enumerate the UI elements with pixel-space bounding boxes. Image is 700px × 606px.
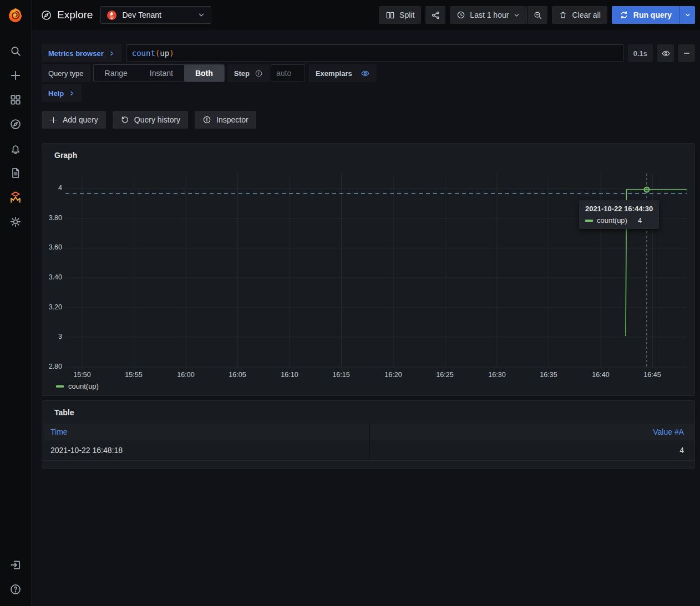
promql-query-input[interactable]: count(up) — [126, 44, 623, 62]
exemplars-eye-icon[interactable] — [361, 69, 370, 78]
share-icon — [431, 11, 440, 20]
inspector-button[interactable]: Inspector — [195, 111, 256, 129]
table-header-time[interactable]: Time — [43, 424, 369, 440]
query-type-range[interactable]: Range — [94, 65, 139, 82]
help-button[interactable]: Help — [42, 84, 82, 102]
graph-legend-item[interactable]: count(up) — [56, 382, 99, 390]
query-type-both[interactable]: Both — [184, 65, 224, 82]
info-circle-icon — [255, 69, 263, 78]
run-query-button[interactable]: Run query — [612, 6, 679, 24]
x-axis-tick: 16:25 — [427, 371, 463, 379]
query-elapsed-time: 0.1s — [628, 44, 653, 62]
step-input[interactable] — [271, 64, 305, 82]
chevron-down-icon — [513, 12, 520, 19]
history-icon — [120, 115, 129, 124]
chevron-down-icon — [197, 11, 205, 19]
x-axis-tick: 15:55 — [116, 371, 151, 379]
graph-panel: Graph 4 3.80 3.60 3.40 3.20 3 2.80 15:50… — [42, 143, 695, 396]
step-label: Step — [227, 64, 270, 82]
series-line-count-up — [626, 190, 687, 336]
table-cell-time: 2021-10-22 16:48:18 — [43, 440, 369, 460]
add-icon[interactable] — [0, 63, 32, 88]
y-axis-tick: 3.20 — [42, 303, 62, 311]
x-axis-tick: 16:10 — [272, 371, 307, 379]
query-type-label: Query type — [42, 64, 90, 82]
chevron-down-icon — [684, 12, 691, 18]
table-header-row: Time Value #A — [43, 424, 694, 440]
sync-icon — [620, 11, 628, 19]
trash-icon — [559, 11, 567, 19]
zoom-out-button[interactable] — [527, 6, 547, 24]
query-type-instant[interactable]: Instant — [139, 65, 184, 82]
results-table: Time Value #A 2021-10-22 16:48:18 4 — [42, 424, 694, 461]
sidebar — [0, 0, 32, 606]
minus-icon — [682, 49, 691, 58]
zoom-out-icon — [533, 11, 542, 20]
split-button[interactable]: Split — [379, 6, 421, 24]
remove-query-button[interactable] — [678, 44, 695, 62]
explore-compass-icon — [40, 9, 52, 21]
clock-icon — [456, 11, 465, 19]
settings-gear-icon[interactable] — [0, 210, 32, 234]
x-axis-tick: 16:20 — [376, 371, 411, 379]
explore-compass-icon[interactable] — [0, 112, 32, 136]
query-actions-row: Add query Query history Inspector — [42, 111, 695, 129]
docs-icon[interactable] — [0, 161, 32, 185]
help-icon[interactable] — [0, 577, 32, 602]
topbar-actions: Split Last 1 hour — [379, 6, 695, 24]
add-query-button[interactable]: Add query — [42, 111, 106, 129]
search-icon[interactable] — [0, 39, 32, 63]
table-panel: Table Time Value #A 2021-10-22 16:48:18 … — [42, 400, 695, 469]
clear-all-button[interactable]: Clear all — [552, 6, 607, 24]
metrics-plugin-icon[interactable] — [0, 185, 32, 210]
y-axis-tick: 3.80 — [42, 214, 62, 222]
x-axis-tick: 16:05 — [220, 371, 255, 379]
plus-icon — [49, 116, 58, 124]
query-type-toggle: Range Instant Both — [93, 64, 225, 82]
x-axis-tick: 16:45 — [635, 371, 670, 379]
x-axis-tick: 16:30 — [479, 371, 515, 379]
sign-in-icon[interactable] — [0, 553, 32, 577]
query-row: Metrics browser count(up) 0.1s — [42, 44, 695, 62]
toggle-query-visibility-button[interactable] — [657, 44, 674, 62]
run-query-split-button: Run query — [612, 6, 695, 24]
explore-content: Metrics browser count(up) 0.1s Query typ… — [32, 30, 700, 606]
grafana-logo[interactable] — [7, 7, 24, 23]
dashboards-icon[interactable] — [0, 88, 32, 112]
run-query-caret-button[interactable] — [679, 6, 695, 24]
legend-swatch — [56, 385, 64, 388]
main-area: Explore Dev Tenant Split — [32, 0, 700, 606]
x-axis-tick: 16:35 — [531, 371, 566, 379]
x-axis-tick: 16:15 — [323, 371, 359, 379]
table-panel-title: Table — [42, 401, 694, 417]
topbar: Explore Dev Tenant Split — [32, 0, 700, 30]
y-axis-tick: 2.80 — [42, 363, 62, 370]
share-button[interactable] — [425, 6, 445, 24]
table-row: 2021-10-22 16:48:18 4 — [43, 440, 694, 461]
y-axis-tick: 3.40 — [42, 273, 62, 281]
help-row: Help — [42, 84, 695, 102]
alerting-bell-icon[interactable] — [0, 136, 32, 161]
x-axis-tick: 16:40 — [583, 371, 618, 379]
time-series-chart[interactable] — [65, 172, 687, 368]
time-range-button[interactable]: Last 1 hour — [450, 6, 527, 24]
angle-right-icon — [69, 90, 75, 96]
graph-panel-title: Graph — [42, 144, 694, 160]
grafana-app: Explore Dev Tenant Split — [0, 0, 700, 606]
datasource-picker[interactable]: Dev Tenant — [100, 6, 211, 24]
query-options-row: Query type Range Instant Both Step Exemp… — [42, 64, 695, 82]
exemplars-label: Exemplars — [309, 64, 377, 82]
grid-lines — [65, 174, 687, 367]
split-columns-icon — [385, 11, 395, 20]
query-history-button[interactable]: Query history — [113, 111, 188, 129]
metrics-browser-button[interactable]: Metrics browser — [42, 44, 121, 62]
datasource-label: Dev Tenant — [122, 11, 192, 19]
legend-label: count(up) — [68, 382, 99, 390]
y-axis-tick: 3 — [42, 333, 62, 340]
table-header-value[interactable]: Value #A — [369, 424, 694, 440]
x-axis-tick: 16:00 — [168, 371, 204, 379]
y-axis-tick: 3.60 — [42, 243, 62, 251]
y-axis-tick: 4 — [42, 184, 62, 192]
page-title: Explore — [40, 9, 93, 21]
info-circle-icon — [202, 115, 211, 124]
